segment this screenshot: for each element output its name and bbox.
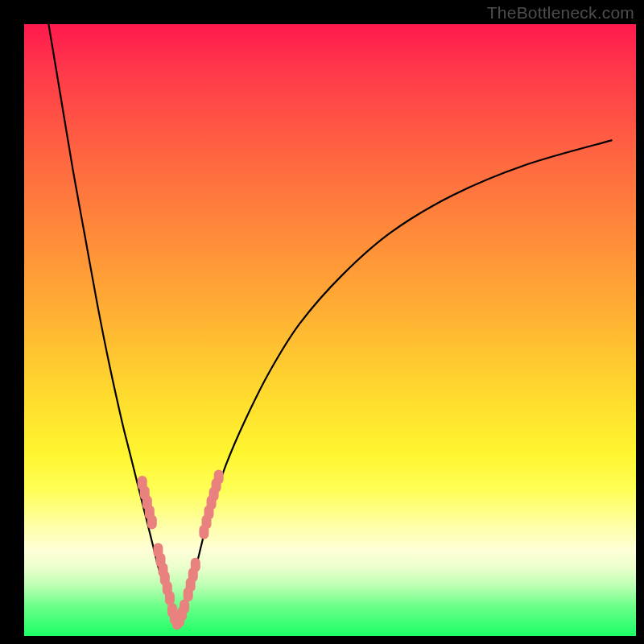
watermark-text: TheBottleneck.com bbox=[487, 3, 634, 23]
bead-marker bbox=[147, 515, 157, 530]
bead-marker bbox=[165, 591, 175, 605]
bead-marker bbox=[214, 469, 224, 484]
bead-markers bbox=[138, 469, 224, 630]
curve-layer bbox=[24, 24, 636, 636]
bead-marker bbox=[191, 558, 200, 572]
chart-frame: TheBottleneck.com bbox=[0, 0, 644, 644]
right-curve bbox=[177, 140, 612, 623]
left-curve bbox=[48, 24, 177, 624]
plot-area bbox=[24, 24, 636, 636]
